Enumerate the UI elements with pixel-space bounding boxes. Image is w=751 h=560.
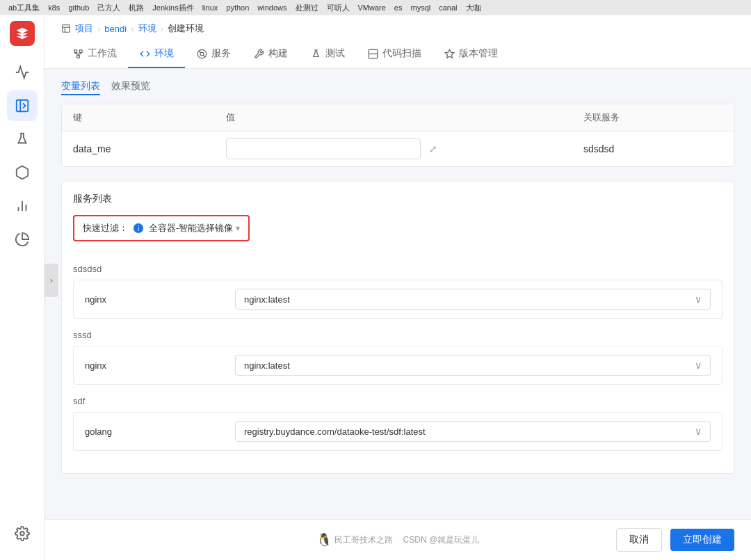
tab-env[interactable]: 环境: [128, 40, 185, 68]
bookmark-es[interactable]: es: [391, 3, 405, 12]
image-select-text-nginx-2: nginx:latest: [244, 360, 290, 371]
service-item-row-3: golang registry.buydance.com/dataoke-tes…: [85, 421, 711, 442]
sidebar-item-dashboard[interactable]: [7, 57, 38, 88]
svg-marker-20: [445, 49, 454, 58]
svg-line-17: [203, 55, 205, 57]
table-row: data_me ⤢ sdsdsd: [62, 131, 734, 166]
service-item-row: nginx nginx:latest ∨: [85, 289, 711, 310]
svg-point-5: [20, 531, 24, 536]
service-item-card-golang: golang registry.buydance.com/dataoke-tes…: [73, 412, 722, 451]
image-select-nginx-1[interactable]: nginx:latest ∨: [235, 289, 711, 310]
sidebar-bottom: [7, 518, 38, 552]
test-icon: [310, 48, 321, 59]
svg-rect-8: [79, 49, 82, 52]
sidebar-item-pie-chart[interactable]: [7, 224, 38, 255]
bookmark-python[interactable]: python: [223, 3, 252, 12]
sidebar-collapse-button[interactable]: ›: [45, 264, 58, 297]
footer-watermark: 🐧 民工哥技术之路 CSDN @就是玩蛋儿: [316, 532, 479, 547]
tab-service[interactable]: 服务: [185, 40, 242, 68]
tab-test[interactable]: 测试: [299, 40, 356, 68]
bookmark-处测过[interactable]: 处测过: [293, 3, 321, 13]
image-select-nginx-2[interactable]: nginx:latest ∨: [235, 355, 711, 376]
tab-version[interactable]: 版本管理: [433, 40, 509, 68]
image-select-arrow-icon-2: ∨: [695, 360, 702, 371]
variables-table: 键 值 关联服务 data_me ⤢ sdsdsd: [61, 104, 734, 167]
breadcrumb-env[interactable]: 环境: [138, 22, 156, 35]
sidebar-item-env[interactable]: [7, 90, 38, 121]
bookmark-github[interactable]: github: [65, 3, 92, 12]
quick-filter[interactable]: 快速过滤： i 全容器-智能选择镜像 ▾: [73, 215, 250, 241]
footer: 🐧 民工哥技术之路 CSDN @就是玩蛋儿 取消 立即创建: [45, 519, 751, 560]
bookmark-jenkins[interactable]: Jenkins插件: [150, 3, 196, 13]
service-item-card-nginx-2: nginx nginx:latest ∨: [73, 346, 722, 385]
service-group-sdsdsd-title: sdsdsd: [73, 264, 722, 274]
col-key: 键: [73, 111, 226, 124]
service-item-row-2: nginx nginx:latest ∨: [85, 355, 711, 376]
sidebar-item-bar-chart[interactable]: [7, 191, 38, 221]
cancel-button[interactable]: 取消: [616, 528, 662, 552]
service-list-section: 服务列表 快速过滤： i 全容器-智能选择镜像 ▾ sdsdsd nginx: [61, 181, 734, 474]
env-icon: [139, 48, 150, 59]
bookmark-大咖[interactable]: 大咖: [463, 3, 484, 13]
workflow-icon: [72, 48, 83, 59]
service-name-nginx-2: nginx: [85, 360, 224, 371]
bookmark-可听人[interactable]: 可听人: [324, 3, 353, 13]
service-section-title: 服务列表: [73, 193, 722, 205]
image-select-golang[interactable]: registry.buydance.com/dataoke-test/sdf:l…: [235, 421, 711, 442]
svg-rect-7: [74, 49, 76, 52]
expand-icon[interactable]: ⤢: [426, 142, 440, 156]
watermark-icon: 🐧: [316, 532, 332, 547]
table-header: 键 值 关联服务: [62, 104, 734, 131]
breadcrumb-project[interactable]: 项目: [75, 22, 93, 35]
bookmark-mysql[interactable]: mysql: [407, 3, 433, 12]
breadcrumb-bendi[interactable]: bendi: [104, 24, 127, 34]
main-content: 项目 › bendi › 环境 › 创建环境 工作流: [45, 15, 751, 560]
var-value-cell: ⤢: [226, 138, 583, 159]
filter-select-arrow-icon: ▾: [236, 223, 240, 233]
submit-button[interactable]: 立即创建: [670, 529, 734, 551]
top-nav: 项目 › bendi › 环境 › 创建环境 工作流: [45, 15, 751, 69]
bookmark-linux[interactable]: linux: [200, 3, 221, 12]
scan-icon: [367, 48, 378, 59]
bookmark-windows[interactable]: windows: [255, 3, 289, 12]
bookmark-canal[interactable]: canal: [436, 3, 460, 12]
service-group-sssd-title: sssd: [73, 330, 722, 340]
sidebar: [0, 15, 45, 560]
sidebar-item-cube[interactable]: [7, 157, 38, 188]
bookmark-己方人[interactable]: 己方人: [95, 3, 123, 13]
var-value-input[interactable]: [226, 138, 421, 159]
image-select-text-nginx-1: nginx:latest: [244, 294, 290, 305]
watermark-text: 民工哥技术之路: [334, 534, 393, 546]
svg-line-16: [199, 51, 201, 53]
bookmark-ab[interactable]: ab工具集: [6, 3, 42, 13]
breadcrumb-current: 创建环境: [168, 22, 204, 35]
service-group-sdf-title: sdf: [73, 396, 722, 406]
bookmark-k8s[interactable]: k8s: [45, 3, 63, 12]
filter-select-value: 全容器-智能选择镜像: [149, 222, 233, 234]
var-key: data_me: [73, 143, 226, 154]
svg-point-15: [200, 52, 204, 56]
version-icon: [444, 48, 455, 59]
nav-tabs: 工作流 环境 服务 构: [61, 40, 734, 68]
breadcrumb: 项目 › bendi › 环境 › 创建环境: [61, 15, 734, 40]
sidebar-item-flask[interactable]: [7, 124, 38, 154]
col-service: 关联服务: [583, 111, 722, 124]
tab-build[interactable]: 构建: [242, 40, 299, 68]
col-value: 值: [226, 111, 583, 124]
tab-scan[interactable]: 代码扫描: [356, 40, 433, 68]
build-icon: [253, 48, 264, 59]
svg-rect-6: [63, 25, 70, 33]
bookmark-vmware[interactable]: VMware: [355, 3, 389, 12]
watermark-sub: CSDN @就是玩蛋儿: [403, 534, 480, 546]
tab-workflow[interactable]: 工作流: [61, 40, 128, 68]
bookmark-机路[interactable]: 机路: [126, 3, 147, 13]
tab-variable-list[interactable]: 变量列表: [61, 80, 100, 95]
tab-variable-preview[interactable]: 效果预览: [111, 80, 150, 95]
page-content: 变量列表 效果预览 键 值 关联服务 data_me ⤢ sdsdsd: [45, 69, 751, 560]
filter-select-dropdown[interactable]: 全容器-智能选择镜像 ▾: [149, 222, 240, 234]
image-select-arrow-icon-1: ∨: [695, 294, 702, 305]
service-name-golang: golang: [85, 426, 224, 437]
sidebar-item-settings[interactable]: [7, 518, 38, 549]
filter-info-icon[interactable]: i: [134, 223, 143, 233]
browser-bookmarks-bar: ab工具集 k8s github 己方人 机路 Jenkins插件 linux …: [0, 0, 751, 15]
